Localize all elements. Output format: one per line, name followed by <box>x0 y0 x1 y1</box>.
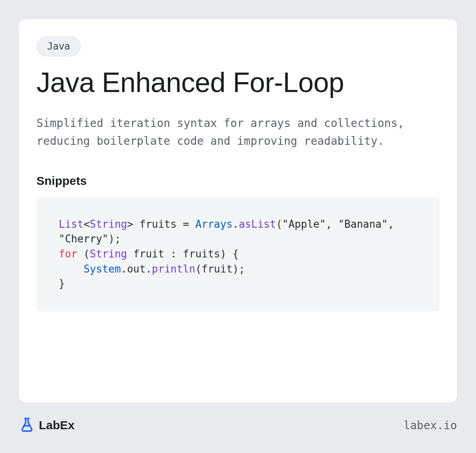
brand-name: LabEx <box>39 418 75 432</box>
content-card: Java Java Enhanced For-Loop Simplified i… <box>19 19 457 402</box>
brand: LabEx <box>19 417 75 434</box>
description-text: Simplified iteration syntax for arrays a… <box>36 115 440 150</box>
snippets-heading: Snippets <box>36 174 440 188</box>
page-title: Java Enhanced For-Loop <box>36 67 440 98</box>
footer: LabEx labex.io <box>19 402 457 434</box>
brand-url: labex.io <box>403 419 457 432</box>
code-snippet: List<String> fruits = Arrays.asList("App… <box>36 197 440 311</box>
language-badge: Java <box>36 36 81 56</box>
flask-icon <box>19 417 35 434</box>
